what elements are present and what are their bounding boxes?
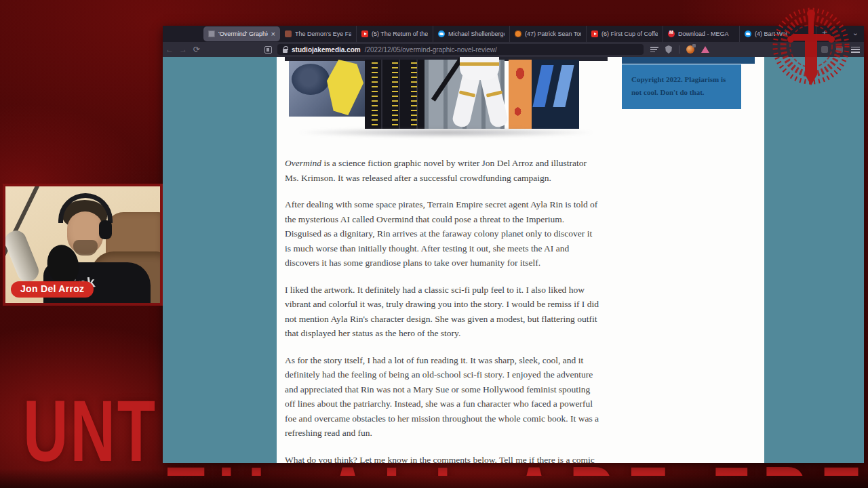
extension-icon-orange[interactable] <box>686 45 694 54</box>
tab-strip: 'Overmind' Graphic × The Demon's Eye Fan… <box>203 26 816 42</box>
distressed-watermark-text: UNT <box>23 388 157 474</box>
name-badge: Jon Del Arroz <box>11 281 94 298</box>
comic-mockup-art <box>285 57 608 129</box>
url-path: /2022/12/05/overmind-graphic-novel-revie… <box>365 46 497 54</box>
copyright-notice-box: Copyright 2022. Plagiarism is not cool. … <box>622 64 741 109</box>
image-shadow <box>297 127 595 138</box>
book-favicon-icon <box>285 30 292 37</box>
image-favicon-icon <box>208 30 215 37</box>
browser-tab[interactable]: (6) First Cup of Coffee <box>587 26 663 42</box>
article-paragraph: As for the story itself, I had a lot of … <box>285 353 599 441</box>
youtube-favicon-icon <box>591 30 598 37</box>
article-body: Overmind is a science fiction graphic no… <box>285 156 599 463</box>
close-tab-icon[interactable]: × <box>271 30 275 38</box>
browser-tab[interactable]: (4) Bart Wel <box>740 26 816 42</box>
browser-tab[interactable]: (5) The Return of the S <box>357 26 433 42</box>
browser-tab[interactable]: Download - MEGA <box>663 26 740 42</box>
tab-title: 'Overmind' Graphic <box>218 30 268 37</box>
toolbar-divider <box>679 45 679 54</box>
tab-title: (6) First Cup of Coffee <box>601 30 658 37</box>
twitter-favicon-icon <box>438 30 445 37</box>
toolbar-extra-icon[interactable] <box>836 46 843 53</box>
forward-button[interactable]: → <box>176 43 190 56</box>
new-tab-button[interactable]: + <box>816 26 833 42</box>
toolbar-extra-icon[interactable] <box>821 46 828 53</box>
reload-button[interactable]: ⟳ <box>190 43 203 56</box>
tab-title: (4) Bart Wel <box>755 30 811 37</box>
bookmark-sidebar-icon[interactable] <box>264 46 272 54</box>
padlock-icon <box>283 49 288 53</box>
reader-mode-icon[interactable] <box>650 46 658 53</box>
article-hero-image <box>285 57 608 140</box>
tab-title: Michael Shellenberger <box>448 30 505 37</box>
browser-tab[interactable]: The Demon's Eye Fant <box>280 26 357 42</box>
shield-icon[interactable] <box>665 45 672 54</box>
headphones-earcup <box>99 220 112 239</box>
extension-icon-alarm[interactable] <box>701 46 709 53</box>
sidebar-widget-partial <box>622 57 755 64</box>
tab-title: The Demon's Eye Fant <box>295 30 351 37</box>
distressed-watermark-band: TIL ALL ARE FREE UNT <box>163 465 864 476</box>
silver-microphone <box>3 228 41 285</box>
address-bar[interactable]: studiojakemedia.com/2022/12/05/overmind-… <box>277 44 644 55</box>
stream-canvas: UNT TIL ALL ARE FREE UNT 'Overmind' Grap… <box>0 0 868 488</box>
article-paragraph: Overmind is a science fiction graphic no… <box>285 156 599 185</box>
tab-title: Download - MEGA <box>678 30 734 37</box>
tab-title: (5) The Return of the S <box>372 30 428 37</box>
back-button[interactable]: ← <box>163 43 176 56</box>
article-paragraph: After dealing with some space pirates, T… <box>285 197 599 270</box>
book-title-italic: Overmind <box>285 158 321 168</box>
browser-tab-bar: 'Overmind' Graphic × The Demon's Eye Fan… <box>163 26 864 42</box>
webcam-overlay: hink Jon Del Arroz <box>3 184 163 306</box>
article-paragraph: What do you think? Let me know in the co… <box>285 453 599 464</box>
page-viewport: Overmind is a science fiction graphic no… <box>163 57 864 463</box>
url-domain: studiojakemedia.com <box>292 46 361 54</box>
tab-title: (47) Patrick Sean Tom <box>525 30 581 37</box>
twitter-favicon-icon <box>745 30 751 37</box>
browser-window: 'Overmind' Graphic × The Demon's Eye Fan… <box>163 26 864 463</box>
browser-toolbar: ← → ⟳ studiojakemedia.com/2022/12/05/ove… <box>163 42 864 57</box>
mega-favicon-icon <box>668 30 675 37</box>
tab-overflow-button[interactable]: ⌄ <box>852 28 859 37</box>
streamer-beard <box>73 240 98 256</box>
orange-favicon-icon <box>515 30 521 37</box>
youtube-favicon-icon <box>361 30 368 37</box>
browser-tab[interactable]: Michael Shellenberger <box>433 26 510 42</box>
browser-tab[interactable]: (47) Patrick Sean Tom <box>510 26 587 42</box>
browser-tab[interactable]: 'Overmind' Graphic × <box>203 26 280 41</box>
menu-icon[interactable] <box>851 46 860 54</box>
article-sheet: Overmind is a science fiction graphic no… <box>277 57 764 463</box>
article-paragraph: I liked the artwork. It definitely had a… <box>285 283 599 341</box>
